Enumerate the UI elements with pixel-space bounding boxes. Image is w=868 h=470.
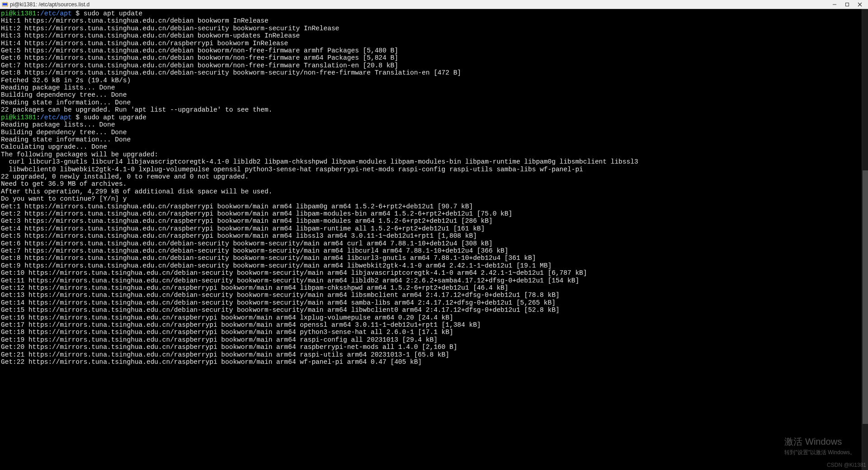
output-line: Hit:1 https://mirrors.tuna.tsinghua.edu.…	[1, 17, 862, 24]
output-line: Building dependency tree... Done	[1, 91, 862, 99]
maximize-button[interactable]	[841, 0, 854, 9]
output-line: Get:7 https://mirrors.tuna.tsinghua.edu.…	[1, 247, 862, 254]
output-line: Get:17 https://mirrors.tuna.tsinghua.edu…	[1, 321, 862, 329]
svg-point-2	[3, 2, 4, 3]
output-line: Fetched 32.6 kB in 2s (19.4 kB/s)	[1, 77, 862, 84]
output-line: Reading package lists... Done	[1, 121, 862, 128]
output-line: Get:22 https://mirrors.tuna.tsinghua.edu…	[1, 358, 862, 366]
output-line: Get:9 https://mirrors.tuna.tsinghua.edu.…	[1, 262, 862, 269]
output-line: Get:14 https://mirrors.tuna.tsinghua.edu…	[1, 299, 862, 306]
output-line: libwbclient0 libwebkit2gtk-4.1-0 lxplug-…	[1, 166, 862, 173]
output-line: Get:3 https://mirrors.tuna.tsinghua.edu.…	[1, 217, 862, 225]
output-line: Get:8 https://mirrors.tuna.tsinghua.edu.…	[1, 69, 862, 76]
minimize-button[interactable]	[828, 0, 841, 9]
output-line: Get:20 https://mirrors.tuna.tsinghua.edu…	[1, 343, 862, 351]
output-line: Get:6 https://mirrors.tuna.tsinghua.edu.…	[1, 240, 862, 247]
output-line: Reading package lists... Done	[1, 84, 862, 91]
output-line: Get:16 https://mirrors.tuna.tsinghua.edu…	[1, 314, 862, 321]
output-line: Hit:3 https://mirrors.tuna.tsinghua.edu.…	[1, 32, 862, 39]
output-line: Do you want to continue? [Y/n] y	[1, 195, 862, 202]
command-text: sudo apt upgrade	[84, 114, 146, 121]
output-line: Get:15 https://mirrors.tuna.tsinghua.edu…	[1, 306, 862, 314]
output-line: Calculating upgrade... Done	[1, 143, 862, 150]
output-line: Get:19 https://mirrors.tuna.tsinghua.edu…	[1, 336, 862, 343]
output-line: Get:8 https://mirrors.tuna.tsinghua.edu.…	[1, 254, 862, 262]
svg-rect-1	[3, 3, 7, 5]
output-line: Get:12 https://mirrors.tuna.tsinghua.edu…	[1, 284, 862, 291]
output-line: Hit:4 https://mirrors.tuna.tsinghua.edu.…	[1, 40, 862, 47]
output-line: Get:7 https://mirrors.tuna.tsinghua.edu.…	[1, 62, 862, 69]
scrollbar-thumb[interactable]	[863, 170, 868, 424]
putty-icon	[2, 1, 8, 8]
output-line: Get:11 https://mirrors.tuna.tsinghua.edu…	[1, 277, 862, 284]
svg-point-3	[6, 2, 7, 3]
output-line: Get:1 https://mirrors.tuna.tsinghua.edu.…	[1, 203, 862, 210]
window-titlebar: pi@ki1381: /etc/apt/sources.list.d	[0, 0, 868, 9]
output-line: Reading state information... Done	[1, 99, 862, 106]
output-line: Hit:2 https://mirrors.tuna.tsinghua.edu.…	[1, 25, 862, 32]
output-line: curl libcurl3-gnutls libcurl4 libjavascr…	[1, 158, 862, 165]
output-line: Get:2 https://mirrors.tuna.tsinghua.edu.…	[1, 210, 862, 217]
prompt-line: pi@ki1381:/etc/apt $ sudo apt update	[1, 10, 862, 17]
output-line: Get:5 https://mirrors.tuna.tsinghua.edu.…	[1, 47, 862, 54]
terminal-output[interactable]: pi@ki1381:/etc/apt $ sudo apt updateHit:…	[0, 9, 862, 470]
output-line: Reading state information... Done	[1, 136, 862, 143]
output-line: Get:6 https://mirrors.tuna.tsinghua.edu.…	[1, 54, 862, 61]
svg-rect-5	[846, 3, 849, 6]
output-line: Get:4 https://mirrors.tuna.tsinghua.edu.…	[1, 225, 862, 232]
output-line: Get:21 https://mirrors.tuna.tsinghua.edu…	[1, 351, 862, 358]
output-line: Get:18 https://mirrors.tuna.tsinghua.edu…	[1, 329, 862, 336]
command-text: sudo apt update	[84, 10, 143, 17]
output-line: The following packages will be upgraded:	[1, 151, 862, 158]
output-line: Building dependency tree... Done	[1, 129, 862, 136]
output-line: Need to get 36.9 MB of archives.	[1, 180, 862, 188]
output-line: After this operation, 4,299 kB of additi…	[1, 188, 862, 195]
window-title: pi@ki1381: /etc/apt/sources.list.d	[10, 1, 828, 8]
output-line: Get:10 https://mirrors.tuna.tsinghua.edu…	[1, 269, 862, 277]
output-line: Get:5 https://mirrors.tuna.tsinghua.edu.…	[1, 232, 862, 240]
vertical-scrollbar[interactable]	[862, 9, 868, 470]
output-line: 22 packages can be upgraded. Run 'apt li…	[1, 106, 862, 113]
output-line: Get:13 https://mirrors.tuna.tsinghua.edu…	[1, 291, 862, 299]
output-line: 22 upgraded, 0 newly installed, 0 to rem…	[1, 173, 862, 180]
prompt-line: pi@ki1381:/etc/apt $ sudo apt upgrade	[1, 114, 862, 121]
close-button[interactable]	[854, 0, 866, 9]
